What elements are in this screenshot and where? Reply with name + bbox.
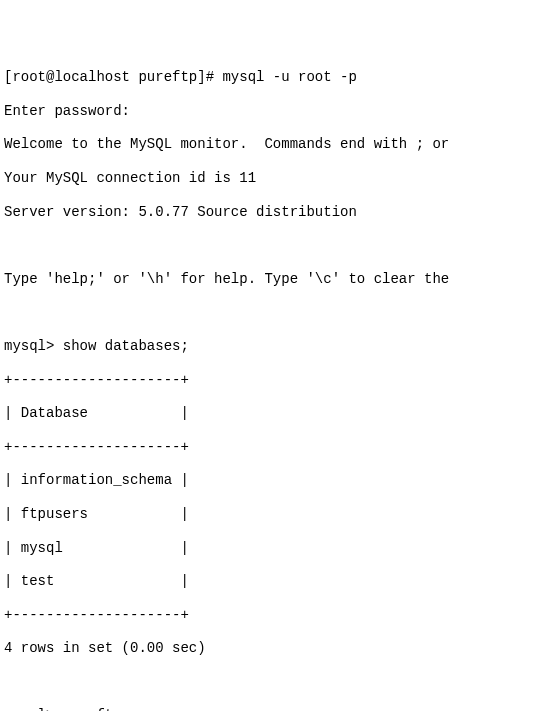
table-row: | ftpusers |	[4, 506, 189, 522]
terminal-line: [root@localhost pureftp]# mysql -u root …	[4, 69, 357, 85]
table-row: | mysql |	[4, 540, 189, 556]
table-row: | test |	[4, 573, 189, 589]
table-border: +--------------------+	[4, 372, 189, 388]
table-border: +--------------------+	[4, 439, 189, 455]
table-row: | information_schema |	[4, 472, 189, 488]
result-summary: 4 rows in set (0.00 sec)	[4, 640, 206, 656]
terminal-line: Server version: 5.0.77 Source distributi…	[4, 204, 357, 220]
terminal-line: Welcome to the MySQL monitor. Commands e…	[4, 136, 449, 152]
table-border: +--------------------+	[4, 607, 189, 623]
terminal-line: Type 'help;' or '\h' for help. Type '\c'…	[4, 271, 449, 287]
terminal-line: Your MySQL connection id is 11	[4, 170, 256, 186]
terminal-line: Enter password:	[4, 103, 130, 119]
terminal-line: mysql> show databases;	[4, 338, 189, 354]
terminal-line: mysql> use ftpusers	[4, 707, 164, 711]
table-header: | Database |	[4, 405, 189, 421]
